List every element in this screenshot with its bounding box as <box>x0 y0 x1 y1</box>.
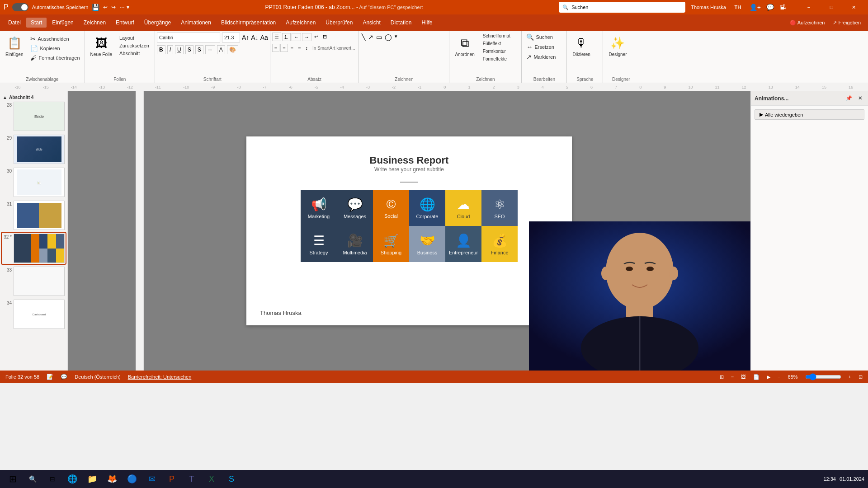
start-button[interactable]: ⊞ <box>4 470 22 488</box>
zoom-in-btn[interactable]: + <box>849 374 851 380</box>
slide-28-thumb[interactable]: Ende <box>14 102 65 131</box>
redo-icon[interactable]: ↪ <box>111 4 116 10</box>
menu-dictation[interactable]: Dictation <box>386 18 416 28</box>
menu-uebergaenge[interactable]: Übergänge <box>140 18 175 28</box>
num-list-btn[interactable]: 1. <box>282 33 291 41</box>
comments-status[interactable]: 💬 <box>61 374 67 380</box>
explorer-btn[interactable]: 📁 <box>83 470 101 488</box>
window-controls[interactable]: − □ ✕ <box>798 0 864 14</box>
slide-34-thumb[interactable]: Dashboard <box>14 300 65 329</box>
align-left-btn[interactable]: ≡ <box>272 44 279 52</box>
icon-seo[interactable]: ⚛ SEO <box>481 190 518 226</box>
decrease-indent-btn[interactable]: ← <box>292 33 301 41</box>
icon-messages[interactable]: 💬 Messages <box>337 190 373 226</box>
align-right-btn[interactable]: ≡ <box>289 44 295 52</box>
slide-28[interactable]: 28 Ende <box>2 101 66 132</box>
view-normal-btn[interactable]: ⊞ <box>720 374 724 380</box>
menu-aufzeichnen[interactable]: Aufzeichnen <box>281 18 320 28</box>
search-input[interactable] <box>571 5 682 10</box>
user-avatar[interactable]: TH <box>731 1 744 14</box>
icon-finance[interactable]: 💰 Finance <box>481 226 518 262</box>
new-slide-button[interactable]: 🖼 Neue Folie <box>87 33 116 69</box>
replace-button[interactable]: ↔ Ersetzen <box>524 42 560 52</box>
slide-30[interactable]: 30 📊 <box>2 167 66 198</box>
shape-line[interactable]: ╲ <box>361 33 366 42</box>
save-icon[interactable]: 💾 <box>92 4 99 11</box>
play-all-button[interactable]: ▶ Alle wiedergeben <box>755 109 864 120</box>
font-name-input[interactable]: Calibri <box>157 33 220 42</box>
section-button[interactable]: Abschnitt <box>117 50 153 57</box>
slide-31[interactable]: 31 <box>2 200 66 231</box>
menu-start[interactable]: Start <box>26 18 47 28</box>
slide-31-thumb[interactable] <box>14 201 65 230</box>
edge-btn[interactable]: 🌐 <box>63 470 81 488</box>
shape-outline-btn[interactable]: Formkontur <box>480 48 516 55</box>
slide-34[interactable]: 34 Dashboard <box>2 299 66 330</box>
rtl-btn[interactable]: ↩ <box>312 33 320 41</box>
firefox-btn[interactable]: 🦊 <box>103 470 121 488</box>
icon-cloud[interactable]: ☁ Cloud <box>445 190 481 226</box>
icon-multimedia[interactable]: 🎥 Multimedia <box>337 226 373 262</box>
line-space-btn[interactable]: ↕ <box>303 44 310 52</box>
icon-corporate[interactable]: 🌐 Corporate <box>409 190 445 226</box>
outlook-btn[interactable]: ✉ <box>143 470 161 488</box>
align-center-btn[interactable]: ≡ <box>280 44 288 52</box>
designer-button[interactable]: ✨ Designer <box>605 33 630 69</box>
fit-btn[interactable]: ⊡ <box>859 374 863 380</box>
list-btn[interactable]: ☰ <box>272 33 281 41</box>
view-outline-btn[interactable]: ≡ <box>731 374 734 380</box>
teams-btn[interactable]: T <box>183 470 201 488</box>
justify-btn[interactable]: ≡ <box>296 44 302 52</box>
icon-business[interactable]: 🤝 Business <box>409 226 445 262</box>
view-reading-btn[interactable]: ▶ <box>767 374 770 380</box>
cut-button[interactable]: ✂ Ausschneiden <box>28 34 82 43</box>
icon-social[interactable]: © Social <box>373 190 409 226</box>
share-icon[interactable]: 👤+ <box>750 4 761 11</box>
comments-icon[interactable]: 💬 <box>766 4 774 11</box>
autosave-toggle[interactable] <box>12 3 28 11</box>
quick-styles-btn[interactable]: Schnellformat <box>480 33 516 39</box>
zoom-slider[interactable] <box>805 373 841 380</box>
char-spacing-btn[interactable]: ↔ <box>205 45 215 54</box>
format-copy-button[interactable]: 🖌 Format übertragen <box>28 53 82 62</box>
notes-icon[interactable]: 📝 <box>47 374 53 380</box>
increase-font-btn[interactable]: A↑ <box>242 34 249 41</box>
decrease-font-btn[interactable]: A↓ <box>251 34 258 41</box>
shape-fill-btn[interactable]: Fülleffekt <box>480 40 516 47</box>
slide-33[interactable]: 33 <box>2 266 66 297</box>
shape-oval[interactable]: ◯ <box>384 33 393 42</box>
find-button[interactable]: 🔍 Suchen <box>524 33 560 42</box>
reset-button[interactable]: Zurücksetzen <box>117 42 153 49</box>
undo-icon[interactable]: ↩ <box>103 4 108 10</box>
highlight-btn[interactable]: 🎨 <box>227 45 238 54</box>
taskview-btn[interactable]: ⊟ <box>43 470 61 488</box>
strikethrough-btn[interactable]: S <box>185 45 193 54</box>
slide-29[interactable]: 29 slide <box>2 134 66 165</box>
shape-rect[interactable]: ▭ <box>375 33 383 42</box>
menu-einfuegen[interactable]: Einfügen <box>47 18 78 28</box>
font-size-input[interactable]: 21.3 <box>222 33 240 42</box>
clear-format-btn[interactable]: Aa <box>260 34 268 41</box>
zoom-out-btn[interactable]: − <box>778 374 780 380</box>
chrome-btn[interactable]: 🔵 <box>123 470 141 488</box>
shadow-btn[interactable]: S <box>195 45 203 54</box>
smartart-btn[interactable]: In SmartArt konvert... <box>311 45 357 52</box>
paste-button[interactable]: 📋 Einfügen <box>2 33 27 69</box>
menu-ansicht[interactable]: Ansicht <box>358 18 385 28</box>
record-btn[interactable]: 🔴 Aufzeichnen <box>786 20 828 26</box>
slide-30-thumb[interactable]: 📊 <box>14 168 65 197</box>
cols-btn[interactable]: ⊟ <box>321 33 329 41</box>
icon-entrepreneur[interactable]: 👤 Entrepreneur <box>445 226 481 262</box>
shape-effects-btn[interactable]: Formeffekte <box>480 56 516 62</box>
font-color-btn[interactable]: A <box>217 45 225 54</box>
search-box[interactable]: 🔍 <box>559 2 685 13</box>
bold-btn[interactable]: B <box>157 45 165 54</box>
underline-btn[interactable]: U <box>175 45 184 54</box>
search-taskbar-btn[interactable]: 🔍 <box>24 470 42 488</box>
icon-strategy[interactable]: ☰ Strategy <box>301 226 337 262</box>
menu-ueberpruefen[interactable]: Überprüfen <box>321 18 357 28</box>
slide-33-thumb[interactable] <box>14 267 65 296</box>
present-icon[interactable]: 📽 <box>779 4 786 11</box>
accessibility-status[interactable]: Barrierefreiheit: Untersuchen <box>128 374 192 380</box>
italic-btn[interactable]: I <box>167 45 173 54</box>
